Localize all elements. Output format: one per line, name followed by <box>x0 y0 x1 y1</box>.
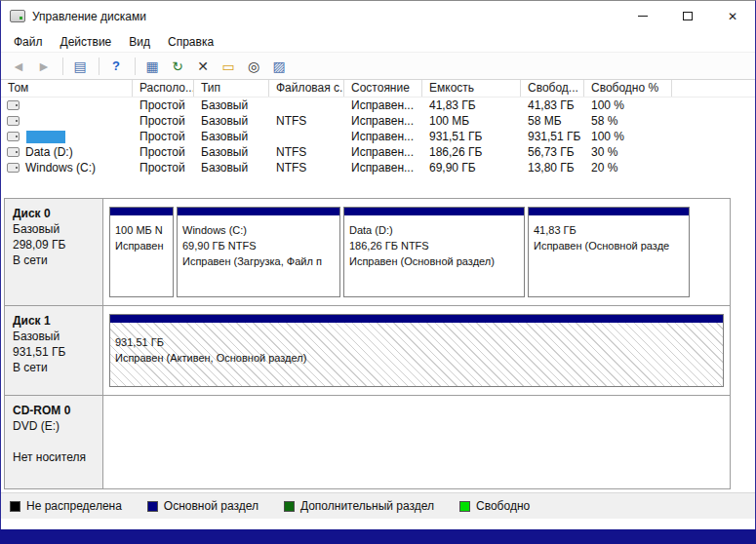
maximize-button[interactable] <box>665 1 710 31</box>
primary-partition-strip <box>344 208 524 215</box>
menu-action[interactable]: Действие <box>52 32 121 52</box>
cell-filesystem: NTFS <box>269 144 344 160</box>
disk-info-panel[interactable]: Диск 0 Базовый 298,09 ГБ В сети <box>5 199 103 305</box>
partition[interactable]: 41,83 ГБ Исправен (Основной разде <box>528 207 690 297</box>
cell-filesystem <box>269 97 344 113</box>
cell-layout: Простой <box>133 129 194 144</box>
cell-capacity: 41,83 ГБ <box>422 97 521 113</box>
views-icon[interactable]: ▦ <box>140 56 164 77</box>
cell-capacity: 69,90 ГБ <box>422 160 521 175</box>
unallocated-swatch <box>10 501 20 512</box>
empty-media-area <box>103 396 730 488</box>
window-controls: ✕ <box>620 1 755 31</box>
close-button[interactable]: ✕ <box>710 1 755 31</box>
extended-partition-swatch <box>284 501 295 512</box>
table-row[interactable]: Простой Базовый NTFS Исправен... 100 МБ … <box>1 113 755 129</box>
column-header-status[interactable]: Состояние <box>344 80 422 97</box>
column-header-layout[interactable]: Располо... <box>133 80 194 97</box>
volume-icon <box>7 132 20 141</box>
cell-layout: Простой <box>133 113 194 129</box>
primary-partition-swatch <box>147 501 158 512</box>
disk-type: DVD (E:) <box>13 418 102 434</box>
minimize-icon <box>638 16 648 17</box>
column-header-free[interactable]: Свобод... <box>521 80 584 97</box>
redacted-volume-name <box>26 131 65 143</box>
cell-layout: Простой <box>133 97 194 113</box>
partition[interactable]: Data (D:) 186,26 ГБ NTFS Исправен (Основ… <box>343 207 525 297</box>
primary-partition-strip <box>529 208 689 215</box>
cell-status: Исправен... <box>344 129 422 144</box>
toolbar: ◄ ► ▤ ? ▦ ↻ ✕ ▭ ◎ ▨ <box>1 53 755 80</box>
disk-title: Диск 1 <box>13 313 102 329</box>
disk-status: В сети <box>13 253 102 268</box>
column-header-free-pct[interactable]: Свободно % <box>584 80 672 97</box>
primary-partition-strip <box>178 208 339 215</box>
partition-status: Исправен (Загрузка, Файл п <box>178 253 339 269</box>
cell-free: 41,83 ГБ <box>521 97 584 113</box>
volume-list: Том Располо... Тип Файловая с... Состоян… <box>1 80 755 198</box>
title-bar[interactable]: Управление дисками ✕ <box>1 1 755 31</box>
partition[interactable]: Windows (C:) 69,90 ГБ NTFS Исправен (Заг… <box>177 207 340 297</box>
cell-free-pct: 100 % <box>584 129 672 144</box>
disk-title: CD-ROM 0 <box>13 403 102 418</box>
table-row[interactable]: Простой Базовый Исправен... 931,51 ГБ 93… <box>1 129 755 144</box>
menu-view[interactable]: Вид <box>120 32 159 52</box>
cell-free-pct: 20 % <box>584 160 672 175</box>
legend-bar: Не распределена Основной раздел Дополнит… <box>1 492 755 519</box>
column-header-capacity[interactable]: Емкость <box>422 80 521 97</box>
back-icon[interactable]: ◄ <box>7 56 30 77</box>
disk-info-panel[interactable]: Диск 1 Базовый 931,51 ГБ В сети <box>5 306 103 395</box>
show-tree-icon[interactable]: ▤ <box>68 56 92 77</box>
volume-icon <box>7 100 20 110</box>
disk-row-2: CD-ROM 0 DVD (E:) Нет носителя <box>4 396 731 489</box>
selected-partition[interactable]: 931,51 ГБ Исправен (Активен, Основной ра… <box>109 314 724 387</box>
cell-capacity: 931,51 ГБ <box>422 129 521 144</box>
disk-status: Нет носителя <box>13 449 102 465</box>
delete-icon[interactable]: ✕ <box>191 56 215 77</box>
table-row[interactable]: Windows (C:) Простой Базовый NTFS Исправ… <box>1 160 755 175</box>
menu-file[interactable]: Файл <box>5 32 52 52</box>
primary-partition-strip <box>110 208 173 215</box>
partition-status: Исправен (Активен, Основной раздел) <box>110 350 723 366</box>
disk-info-panel[interactable]: CD-ROM 0 DVD (E:) Нет носителя <box>5 396 103 488</box>
open-folder-icon[interactable]: ▭ <box>217 56 240 77</box>
list-header: Том Располо... Тип Файловая с... Состоян… <box>1 80 755 97</box>
app-icon <box>10 10 25 22</box>
disk-management-window: Управление дисками ✕ Файл Действие Вид С… <box>0 0 756 529</box>
disk-size: 931,51 ГБ <box>13 344 102 360</box>
partition[interactable]: 100 МБ N Исправен <box>109 207 174 297</box>
volume-icon <box>7 163 20 173</box>
table-row[interactable]: Простой Базовый Исправен... 41,83 ГБ 41,… <box>1 97 755 113</box>
cell-type: Базовый <box>194 144 269 160</box>
cell-filesystem: NTFS <box>269 160 344 175</box>
find-icon[interactable]: ◎ <box>242 56 265 77</box>
menu-bar: Файл Действие Вид Справка <box>1 31 755 53</box>
cell-status: Исправен... <box>344 97 422 113</box>
cell-layout: Простой <box>133 144 194 160</box>
properties-icon[interactable]: ▨ <box>267 56 291 77</box>
refresh-icon[interactable]: ↻ <box>166 56 189 77</box>
forward-icon[interactable]: ► <box>32 56 56 77</box>
partition-area: 931,51 ГБ Исправен (Активен, Основной ра… <box>103 306 730 395</box>
column-header-volume[interactable]: Том <box>1 80 133 97</box>
cell-free-pct: 30 % <box>584 144 672 160</box>
legend-item: Не распределена <box>10 499 122 513</box>
legend-label: Свободно <box>476 499 530 513</box>
cell-type: Базовый <box>194 160 269 175</box>
volume-icon <box>7 116 20 126</box>
disk-title: Диск 0 <box>13 206 102 221</box>
table-row[interactable]: Data (D:) Простой Базовый NTFS Исправен.… <box>1 144 755 160</box>
cell-filesystem: NTFS <box>269 113 344 129</box>
partition-size: 186,26 ГБ NTFS <box>344 238 524 253</box>
partition-size: 100 МБ N <box>110 222 173 238</box>
toolbar-separator <box>62 58 63 75</box>
volume-icon <box>7 147 20 157</box>
menu-help[interactable]: Справка <box>159 32 222 52</box>
column-header-filesystem[interactable]: Файловая с... <box>269 80 344 97</box>
cell-status: Исправен... <box>344 113 422 129</box>
column-header-type[interactable]: Тип <box>194 80 269 97</box>
legend-item: Основной раздел <box>147 499 259 513</box>
cell-status: Исправен... <box>344 160 422 175</box>
help-icon[interactable]: ? <box>104 56 128 77</box>
minimize-button[interactable] <box>620 1 665 31</box>
